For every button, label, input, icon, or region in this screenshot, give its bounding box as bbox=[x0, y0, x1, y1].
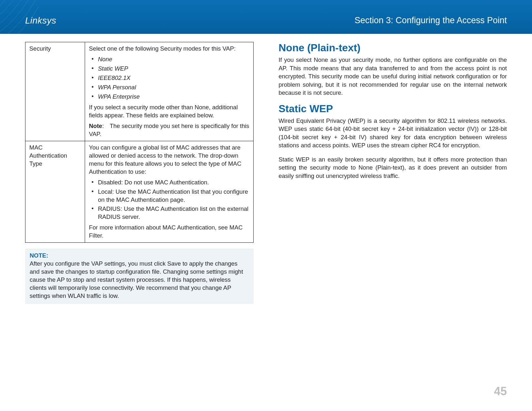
right-column: None (Plain-text) If you select None as … bbox=[279, 42, 507, 382]
note-block: NOTE: After you configure the VAP settin… bbox=[25, 249, 254, 304]
table-row: Security Select one of the following Sec… bbox=[25, 42, 254, 141]
list-item: WPA Personal bbox=[89, 83, 249, 92]
brand-logo: Linksys bbox=[25, 15, 56, 26]
list-item: WPA Enterprise bbox=[89, 92, 249, 102]
note-text: : The security mode you set here is spec… bbox=[89, 122, 249, 137]
heading-none: None (Plain-text) bbox=[279, 42, 507, 54]
heading-static-wep: Static WEP bbox=[279, 103, 507, 115]
security-note: Note: The security mode you set here is … bbox=[89, 122, 249, 138]
settings-table: Security Select one of the following Sec… bbox=[25, 42, 254, 243]
security-desc: Select one of the following Security mod… bbox=[85, 42, 254, 141]
mac-after: For more information about MAC Authentic… bbox=[89, 224, 249, 240]
mac-options-list: Disabled: Do not use MAC Authentication.… bbox=[89, 178, 249, 222]
section-title: Section 3: Configuring the Access Point bbox=[354, 15, 507, 25]
list-item: Disabled: Do not use MAC Authentication. bbox=[89, 178, 249, 187]
list-item: RADIUS: Use the MAC Authentication list … bbox=[89, 204, 249, 222]
left-column: Security Select one of the following Sec… bbox=[25, 42, 254, 382]
security-intro: Select one of the following Security mod… bbox=[89, 45, 249, 53]
list-item: Static WEP bbox=[89, 64, 249, 73]
paragraph-none: If you select None as your security mode… bbox=[279, 56, 507, 97]
list-item: None bbox=[89, 55, 249, 64]
note-label: Note bbox=[89, 122, 102, 129]
note-heading: NOTE: bbox=[30, 252, 249, 260]
page-number: 45 bbox=[494, 385, 507, 398]
paragraph-wep-2: Static WEP is an easily broken security … bbox=[279, 155, 507, 180]
security-after: If you select a security mode other than… bbox=[89, 103, 249, 120]
mac-desc: You can configure a global list of MAC a… bbox=[85, 141, 254, 243]
mac-intro: You can configure a global list of MAC a… bbox=[89, 144, 249, 176]
table-row: MAC Authentication Type You can configur… bbox=[25, 141, 254, 243]
note-body: After you configure the VAP settings, yo… bbox=[30, 260, 249, 300]
list-item: IEEE802.1X bbox=[89, 73, 249, 83]
list-item: Local: Use the MAC Authentication list t… bbox=[89, 187, 249, 205]
page-header: Linksys Section 3: Configuring the Acces… bbox=[0, 0, 532, 34]
security-modes-list: None Static WEP IEEE802.1X WPA Personal … bbox=[89, 55, 249, 102]
paragraph-wep-1: Wired Equivalent Privacy (WEP) is a secu… bbox=[279, 117, 507, 150]
security-label: Security bbox=[25, 42, 85, 141]
mac-label: MAC Authentication Type bbox=[25, 141, 85, 243]
